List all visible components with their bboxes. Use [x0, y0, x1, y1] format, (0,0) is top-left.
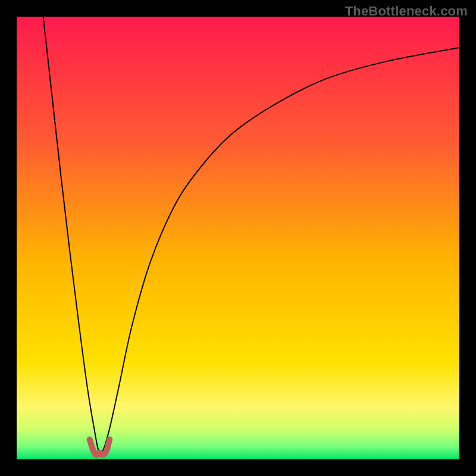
watermark-text: TheBottleneck.com: [345, 4, 468, 19]
plot-area: [17, 17, 459, 459]
curve-layer: [17, 17, 459, 459]
marker-blob: [90, 440, 109, 455]
chart-frame: TheBottleneck.com: [0, 0, 476, 476]
bottleneck-curve: [43, 17, 459, 453]
